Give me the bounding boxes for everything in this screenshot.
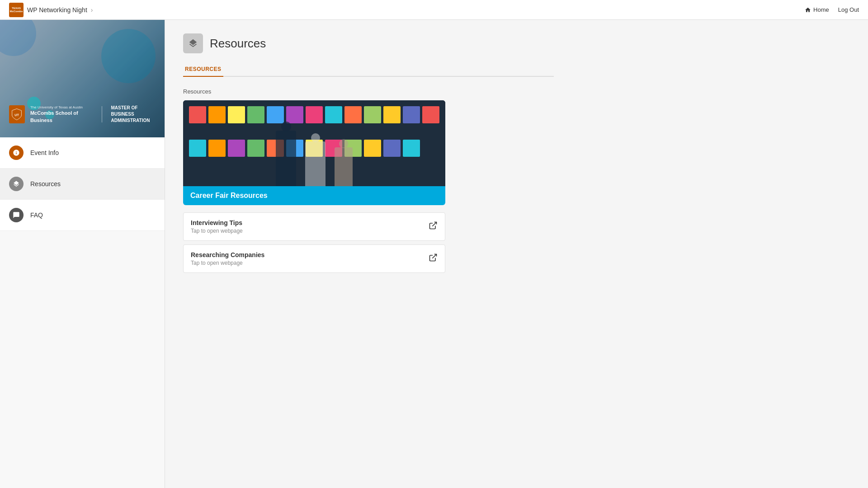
researching-companies-subtitle: Tap to open webpage — [191, 260, 264, 266]
career-fair-caption: Career Fair Resources — [183, 186, 445, 205]
page-header-icon — [183, 33, 203, 53]
sidebar-item-resources[interactable]: Resources — [0, 169, 165, 200]
content-area: Resources RESOURCES Resources — [165, 20, 572, 290]
interviewing-tips-title: Interviewing Tips — [191, 219, 243, 226]
layers-icon — [13, 180, 20, 188]
top-nav: TEXASMcCombs WP Networking Night › Home … — [0, 0, 868, 20]
tab-resources[interactable]: RESOURCES — [183, 62, 223, 77]
career-fair-card[interactable]: Career Fair Resources — [183, 100, 445, 205]
section-label: Resources — [183, 88, 554, 95]
home-icon — [805, 7, 811, 13]
shield-icon: UT — [10, 108, 23, 121]
career-fair-caption-text: Career Fair Resources — [190, 192, 268, 199]
text-divider — [102, 106, 102, 122]
interviewing-tips-subtitle: Tap to open webpage — [191, 228, 243, 234]
home-label: Home — [813, 6, 829, 13]
texas-logo: TEXASMcCombs — [9, 3, 24, 17]
open-in-new-icon — [429, 221, 438, 230]
external-link-icon-1 — [429, 253, 438, 264]
mba-text: MASTER OF BUSINESS ADMINISTRATION — [111, 105, 156, 124]
link-card-text-1: Researching Companies Tap to open webpag… — [191, 251, 264, 266]
sidebar-item-faq[interactable]: FAQ — [0, 200, 165, 231]
sidebar-item-event-info[interactable]: Event Info — [0, 137, 165, 169]
tab-bar: RESOURCES — [183, 62, 554, 77]
home-nav-button[interactable]: Home — [805, 6, 829, 13]
nav-title: WP Networking Night — [27, 6, 87, 14]
chat-icon — [13, 211, 20, 219]
main-content: Resources RESOURCES Resources — [165, 20, 868, 488]
sidebar-banner: UT The University of Texas at Austin McC… — [0, 20, 165, 137]
mccombs-logo: UT The University of Texas at Austin McC… — [9, 105, 156, 124]
svg-text:UT: UT — [15, 113, 19, 117]
external-link-icon-0 — [429, 221, 438, 232]
resources-icon — [9, 177, 24, 191]
researching-companies-title: Researching Companies — [191, 251, 264, 258]
info-icon — [13, 149, 20, 156]
faq-icon — [9, 208, 24, 222]
faq-label: FAQ — [30, 211, 43, 219]
sidebar: UT The University of Texas at Austin McC… — [0, 20, 165, 488]
nav-chevron-icon: › — [91, 6, 93, 14]
sidebar-nav: Event Info Resources FAQ — [0, 137, 165, 488]
link-card-text-0: Interviewing Tips Tap to open webpage — [191, 219, 243, 234]
nav-left: TEXASMcCombs WP Networking Night › — [9, 3, 93, 17]
open-in-new-icon-2 — [429, 253, 438, 262]
link-card-researching-companies[interactable]: Researching Companies Tap to open webpag… — [183, 244, 445, 273]
nav-right: Home Log Out — [805, 6, 859, 13]
event-info-icon — [9, 145, 24, 160]
page-title: Resources — [210, 37, 266, 51]
ut-shield: UT — [9, 105, 25, 123]
svg-line-1 — [432, 222, 436, 226]
resources-label: Resources — [30, 180, 61, 188]
mccombs-text: The University of Texas at Austin McComb… — [30, 105, 93, 124]
link-card-interviewing-tips[interactable]: Interviewing Tips Tap to open webpage — [183, 212, 445, 241]
page-header: Resources — [183, 33, 554, 53]
event-info-label: Event Info — [30, 149, 59, 156]
career-fair-image — [183, 100, 445, 186]
resources-page-icon — [188, 38, 198, 48]
logout-button[interactable]: Log Out — [838, 6, 859, 13]
banner-content: UT The University of Texas at Austin McC… — [9, 105, 156, 124]
svg-line-2 — [432, 254, 436, 258]
app-layout: UT The University of Texas at Austin McC… — [0, 0, 868, 488]
